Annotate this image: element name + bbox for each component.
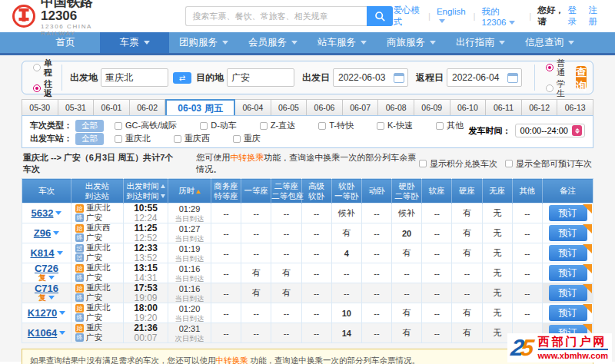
transfer-link[interactable]: 中转换乘 xyxy=(216,356,248,364)
filter-d[interactable]: D-动车 xyxy=(200,120,237,131)
normal-passenger-radio[interactable]: 普通 xyxy=(546,58,565,77)
chevron-down-icon[interactable] xyxy=(57,251,63,255)
filter-z[interactable]: Z-直达 xyxy=(260,120,295,131)
date-tab[interactable]: 06-02 xyxy=(130,99,166,116)
to-station-input[interactable] xyxy=(227,68,294,87)
chevron-down-icon[interactable] xyxy=(59,311,65,315)
from-station-input[interactable] xyxy=(101,68,168,87)
sort-active-icon[interactable] xyxy=(196,190,201,194)
register-link[interactable]: 注册 xyxy=(588,5,603,28)
depart-time-select[interactable]: 00:00--24:00 xyxy=(515,124,585,137)
date-tab[interactable]: 05-30 xyxy=(22,99,58,116)
chevron-down-icon xyxy=(568,41,574,45)
seat-availability: -- xyxy=(211,243,241,263)
chevron-down-icon[interactable] xyxy=(48,296,55,299)
seat-availability: -- xyxy=(211,223,241,243)
return-date-input[interactable] xyxy=(450,70,504,85)
date-tab[interactable]: 06-11 xyxy=(486,99,522,116)
seat-availability: -- xyxy=(361,204,391,223)
seat-availability: 有 xyxy=(331,223,361,243)
filter-station-cq[interactable]: 重庆 xyxy=(233,133,261,144)
nav-home[interactable]: 首页 xyxy=(31,32,100,53)
train-type-all-chip[interactable]: 全部 xyxy=(75,120,104,132)
train-number-link[interactable]: 5632 xyxy=(32,209,54,218)
search-input[interactable] xyxy=(185,6,367,26)
nav-business-travel[interactable]: 商旅服务 xyxy=(377,32,446,53)
query-button[interactable]: 查询 xyxy=(576,66,587,89)
date-tab-active[interactable]: 06-03周五 xyxy=(165,99,235,116)
date-tab[interactable]: 06-05 xyxy=(271,99,308,116)
train-number-link[interactable]: K1270 xyxy=(28,309,57,318)
date-tab[interactable]: 06-07 xyxy=(343,99,379,116)
book-button[interactable]: 预订 xyxy=(549,245,587,261)
train-number-link[interactable]: Z96 xyxy=(34,229,51,238)
my-12306-menu[interactable]: 我的12306 xyxy=(482,6,524,27)
book-button[interactable]: 预订 xyxy=(549,225,587,241)
nav-member-services[interactable]: 会员服务 xyxy=(238,32,308,53)
filter-other[interactable]: 其他 xyxy=(436,120,464,131)
date-tab[interactable]: 06-12 xyxy=(522,99,558,116)
col-times-sort[interactable]: 出发时间到达时间 xyxy=(124,179,168,204)
date-tab[interactable]: 06-06 xyxy=(307,99,343,116)
date-tab[interactable]: 06-08 xyxy=(378,99,414,116)
chevron-down-icon[interactable] xyxy=(53,231,59,235)
col-train-no[interactable]: 车次 xyxy=(22,179,71,204)
show-bookable-trains-checkbox[interactable]: 显示全部可预订车次 xyxy=(505,158,592,170)
nav-tickets[interactable]: 车票 xyxy=(100,32,169,53)
sort-desc-icon[interactable] xyxy=(161,194,165,198)
nav-travel-guide[interactable]: 出行指南 xyxy=(446,32,515,53)
chevron-down-icon[interactable] xyxy=(55,211,62,215)
seat-availability: 14 xyxy=(331,323,361,343)
filter-k[interactable]: K-快速 xyxy=(377,120,413,131)
train-number-link[interactable]: C716 xyxy=(35,284,58,293)
filter-station-cqb[interactable]: 重庆北 xyxy=(115,133,151,144)
date-tab[interactable]: 06-13 xyxy=(557,99,593,116)
language-menu[interactable]: English xyxy=(437,7,467,25)
col-duration-sort[interactable]: 历时 xyxy=(168,179,211,204)
chevron-down-icon[interactable] xyxy=(48,276,55,280)
calendar-icon[interactable] xyxy=(394,73,404,83)
date-tab[interactable]: 06-09 xyxy=(414,99,450,116)
depart-date-input[interactable] xyxy=(337,70,391,85)
round-trip-radio[interactable]: 往返 xyxy=(33,79,52,98)
book-button[interactable]: 预订 xyxy=(549,205,587,221)
chevron-down-icon[interactable] xyxy=(59,331,65,335)
transfer-link[interactable]: 中转换乘 xyxy=(230,153,264,162)
train-number-link[interactable]: K1064 xyxy=(28,329,57,338)
greeting-text: 您好，请 xyxy=(537,5,566,28)
date-tab[interactable]: 06-01 xyxy=(94,99,130,116)
seat-availability: 候补 xyxy=(392,204,422,223)
show-points-trains-checkbox[interactable]: 显示积分兑换车次 xyxy=(419,158,497,170)
nav-group-services[interactable]: 团购服务 xyxy=(169,32,238,53)
seat-availability: 无 xyxy=(482,303,512,323)
filter-station-cqx[interactable]: 重庆西 xyxy=(174,133,210,144)
seat-availability: -- xyxy=(422,243,452,263)
spinner-icon[interactable] xyxy=(572,125,582,136)
sort-asc-icon[interactable] xyxy=(161,184,165,188)
filter-gc[interactable]: GC-高铁/城际 xyxy=(115,120,177,131)
seat-availability: -- xyxy=(361,243,391,263)
chevron-down-icon xyxy=(222,41,228,45)
book-button[interactable]: 预订 xyxy=(549,265,587,281)
train-number-link[interactable]: K814 xyxy=(30,249,54,258)
search-button[interactable] xyxy=(367,6,393,26)
login-link[interactable]: 登录 xyxy=(568,5,583,28)
seat-availability: -- xyxy=(301,204,331,223)
train-number-link[interactable]: C726 xyxy=(35,264,58,273)
arrival-day: 当日到达 xyxy=(168,274,211,283)
filter-t[interactable]: T-特快 xyxy=(318,120,354,131)
calendar-icon[interactable] xyxy=(507,73,518,83)
book-button[interactable]: 预订 xyxy=(549,285,587,301)
station-all-chip[interactable]: 全部 xyxy=(75,133,104,145)
book-button[interactable]: 预订 xyxy=(549,305,587,321)
depart-station-label: 出发车站： xyxy=(30,133,72,144)
one-way-radio[interactable]: 单程 xyxy=(33,58,52,77)
student-passenger-radio[interactable]: 学生 xyxy=(546,79,565,98)
nav-station-services[interactable]: 站车服务 xyxy=(308,32,377,53)
date-tab[interactable]: 06-10 xyxy=(450,99,487,116)
swap-stations-icon[interactable]: ⇄ xyxy=(173,72,191,84)
date-tab[interactable]: 06-04 xyxy=(235,99,271,116)
nav-info-query[interactable]: 信息查询 xyxy=(515,32,584,53)
date-tab[interactable]: 05-31 xyxy=(58,99,95,116)
care-mode-link[interactable]: 爱心模式 xyxy=(393,5,421,28)
